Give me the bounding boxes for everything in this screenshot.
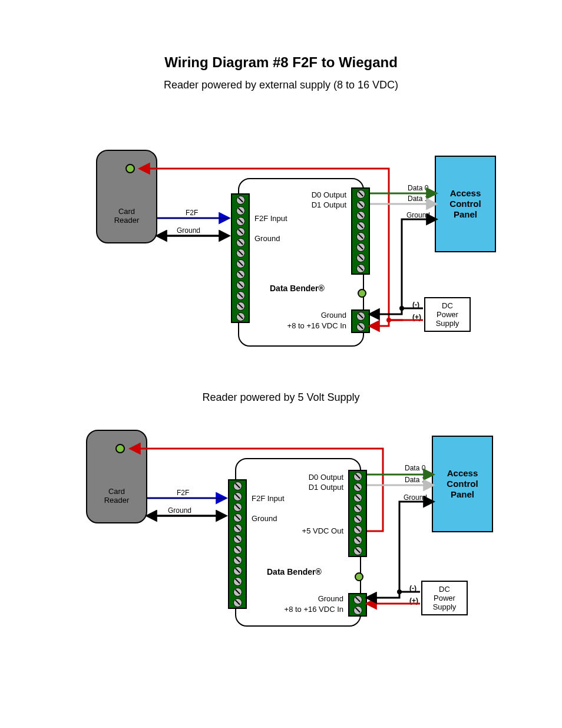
svg-point-1 <box>399 306 404 311</box>
subtitle-2: Reader powered by 5 Volt Supply <box>0 391 562 404</box>
diagram-1-external-supply: Card Reader F2F Input Ground D0 Output D… <box>0 147 562 354</box>
wires-svg-2 <box>0 427 562 640</box>
page-title: Wiring Diagram #8 F2F to Wiegand <box>0 54 562 71</box>
wires-svg-1 <box>0 147 562 354</box>
svg-point-0 <box>386 318 391 322</box>
diagram-2-5v-supply: Card Reader F2F Input Ground D0 Output D… <box>0 427 562 640</box>
svg-point-4 <box>397 589 402 594</box>
subtitle-1: Reader powered by external supply (8 to … <box>0 79 562 91</box>
